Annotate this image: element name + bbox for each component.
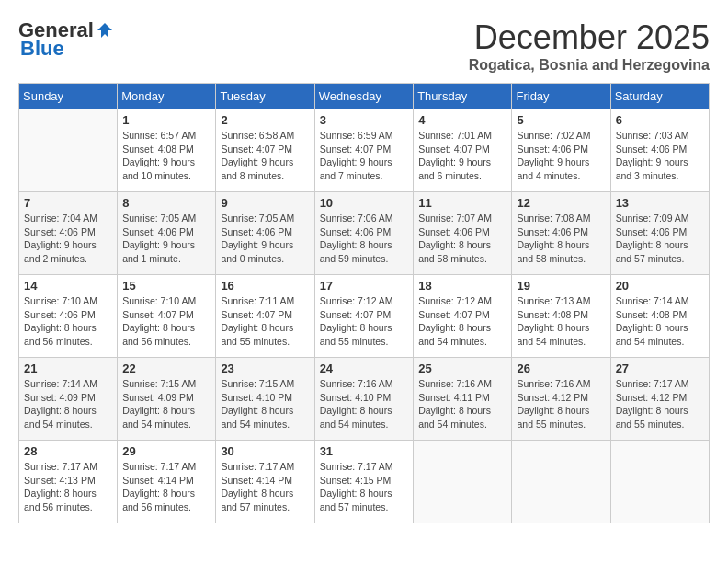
table-row: 25Sunrise: 7:16 AM Sunset: 4:11 PM Dayli…: [414, 358, 512, 441]
day-info: Sunrise: 7:13 AM Sunset: 4:08 PM Dayligh…: [517, 294, 605, 349]
day-number: 18: [418, 279, 506, 293]
day-info: Sunrise: 6:58 AM Sunset: 4:07 PM Dayligh…: [221, 129, 309, 183]
day-info: Sunrise: 6:57 AM Sunset: 4:08 PM Dayligh…: [122, 129, 210, 183]
table-row: 4Sunrise: 7:01 AM Sunset: 4:07 PM Daylig…: [414, 109, 512, 192]
day-info: Sunrise: 7:14 AM Sunset: 4:08 PM Dayligh…: [616, 294, 704, 349]
table-row: 29Sunrise: 7:17 AM Sunset: 4:14 PM Dayli…: [118, 441, 216, 523]
col-sunday: Sunday: [19, 84, 118, 109]
table-row: 12Sunrise: 7:08 AM Sunset: 4:06 PM Dayli…: [512, 192, 610, 275]
logo-icon: [96, 21, 114, 40]
location-subtitle: Rogatica, Bosnia and Herzegovina: [469, 57, 710, 74]
table-row: 1Sunrise: 6:57 AM Sunset: 4:08 PM Daylig…: [118, 109, 216, 192]
table-row: [610, 441, 709, 523]
day-number: 2: [221, 113, 309, 127]
col-friday: Friday: [512, 84, 610, 109]
table-row: 5Sunrise: 7:02 AM Sunset: 4:06 PM Daylig…: [512, 109, 610, 192]
day-number: 8: [122, 196, 210, 210]
calendar-week-row: 14Sunrise: 7:10 AM Sunset: 4:06 PM Dayli…: [19, 275, 710, 358]
day-number: 3: [320, 113, 409, 127]
calendar-week-row: 7Sunrise: 7:04 AM Sunset: 4:06 PM Daylig…: [19, 192, 710, 275]
day-number: 14: [24, 279, 112, 293]
logo-blue-text: Blue: [20, 37, 64, 61]
table-row: 28Sunrise: 7:17 AM Sunset: 4:13 PM Dayli…: [19, 441, 118, 523]
day-info: Sunrise: 7:16 AM Sunset: 4:12 PM Dayligh…: [517, 377, 605, 431]
day-number: 17: [320, 279, 409, 293]
day-number: 11: [418, 196, 506, 210]
table-row: 11Sunrise: 7:07 AM Sunset: 4:06 PM Dayli…: [414, 192, 512, 275]
day-info: Sunrise: 7:06 AM Sunset: 4:06 PM Dayligh…: [320, 212, 409, 266]
day-number: 29: [122, 444, 210, 458]
day-info: Sunrise: 7:15 AM Sunset: 4:10 PM Dayligh…: [221, 377, 309, 431]
day-info: Sunrise: 7:05 AM Sunset: 4:06 PM Dayligh…: [122, 212, 210, 266]
table-row: 6Sunrise: 7:03 AM Sunset: 4:06 PM Daylig…: [610, 109, 709, 192]
day-info: Sunrise: 7:14 AM Sunset: 4:09 PM Dayligh…: [24, 377, 112, 431]
logo: General Blue: [18, 18, 114, 61]
day-number: 13: [616, 196, 704, 210]
table-row: 20Sunrise: 7:14 AM Sunset: 4:08 PM Dayli…: [610, 275, 709, 358]
table-row: 8Sunrise: 7:05 AM Sunset: 4:06 PM Daylig…: [118, 192, 216, 275]
col-tuesday: Tuesday: [216, 84, 314, 109]
col-monday: Monday: [118, 84, 216, 109]
col-wednesday: Wednesday: [314, 84, 414, 109]
svg-marker-0: [97, 23, 112, 38]
table-row: 2Sunrise: 6:58 AM Sunset: 4:07 PM Daylig…: [216, 109, 314, 192]
day-number: 22: [122, 362, 210, 375]
day-info: Sunrise: 7:16 AM Sunset: 4:11 PM Dayligh…: [418, 377, 506, 431]
day-number: 9: [221, 196, 309, 210]
day-info: Sunrise: 7:08 AM Sunset: 4:06 PM Dayligh…: [517, 212, 605, 266]
calendar-week-row: 28Sunrise: 7:17 AM Sunset: 4:13 PM Dayli…: [19, 441, 710, 523]
day-info: Sunrise: 7:09 AM Sunset: 4:06 PM Dayligh…: [616, 212, 704, 266]
table-row: 30Sunrise: 7:17 AM Sunset: 4:14 PM Dayli…: [216, 441, 314, 523]
table-row: 17Sunrise: 7:12 AM Sunset: 4:07 PM Dayli…: [314, 275, 414, 358]
day-info: Sunrise: 7:17 AM Sunset: 4:15 PM Dayligh…: [320, 460, 409, 514]
calendar-header-row: Sunday Monday Tuesday Wednesday Thursday…: [19, 84, 710, 109]
day-info: Sunrise: 7:02 AM Sunset: 4:06 PM Dayligh…: [517, 129, 605, 183]
day-number: 5: [517, 113, 605, 127]
calendar-table: Sunday Monday Tuesday Wednesday Thursday…: [18, 83, 710, 523]
day-number: 26: [517, 362, 605, 375]
table-row: 10Sunrise: 7:06 AM Sunset: 4:06 PM Dayli…: [314, 192, 414, 275]
table-row: 23Sunrise: 7:15 AM Sunset: 4:10 PM Dayli…: [216, 358, 314, 441]
day-number: 30: [221, 444, 309, 458]
table-row: 26Sunrise: 7:16 AM Sunset: 4:12 PM Dayli…: [512, 358, 610, 441]
page-header: General Blue December 2025 Rogatica, Bos…: [18, 18, 710, 74]
day-number: 1: [122, 113, 210, 127]
table-row: 3Sunrise: 6:59 AM Sunset: 4:07 PM Daylig…: [314, 109, 414, 192]
table-row: 24Sunrise: 7:16 AM Sunset: 4:10 PM Dayli…: [314, 358, 414, 441]
day-number: 23: [221, 362, 309, 375]
day-info: Sunrise: 7:10 AM Sunset: 4:06 PM Dayligh…: [24, 294, 112, 349]
day-number: 25: [418, 362, 506, 375]
day-number: 31: [320, 444, 409, 458]
table-row: 14Sunrise: 7:10 AM Sunset: 4:06 PM Dayli…: [19, 275, 118, 358]
day-info: Sunrise: 6:59 AM Sunset: 4:07 PM Dayligh…: [320, 129, 409, 183]
day-number: 24: [320, 362, 409, 375]
day-info: Sunrise: 7:17 AM Sunset: 4:13 PM Dayligh…: [24, 460, 112, 514]
table-row: 19Sunrise: 7:13 AM Sunset: 4:08 PM Dayli…: [512, 275, 610, 358]
day-number: 28: [24, 444, 112, 458]
day-number: 19: [517, 279, 605, 293]
table-row: 22Sunrise: 7:15 AM Sunset: 4:09 PM Dayli…: [118, 358, 216, 441]
col-saturday: Saturday: [610, 84, 709, 109]
day-info: Sunrise: 7:03 AM Sunset: 4:06 PM Dayligh…: [616, 129, 704, 183]
day-number: 7: [24, 196, 112, 210]
table-row: 9Sunrise: 7:05 AM Sunset: 4:06 PM Daylig…: [216, 192, 314, 275]
month-title: December 2025: [469, 18, 710, 57]
table-row: 7Sunrise: 7:04 AM Sunset: 4:06 PM Daylig…: [19, 192, 118, 275]
day-number: 21: [24, 362, 112, 375]
table-row: 31Sunrise: 7:17 AM Sunset: 4:15 PM Dayli…: [314, 441, 414, 523]
day-number: 10: [320, 196, 409, 210]
title-section: December 2025 Rogatica, Bosnia and Herze…: [469, 18, 710, 74]
day-info: Sunrise: 7:12 AM Sunset: 4:07 PM Dayligh…: [418, 294, 506, 349]
table-row: 27Sunrise: 7:17 AM Sunset: 4:12 PM Dayli…: [610, 358, 709, 441]
day-number: 16: [221, 279, 309, 293]
calendar-week-row: 1Sunrise: 6:57 AM Sunset: 4:08 PM Daylig…: [19, 109, 710, 192]
day-number: 20: [616, 279, 704, 293]
table-row: [512, 441, 610, 523]
table-row: [19, 109, 118, 192]
day-info: Sunrise: 7:11 AM Sunset: 4:07 PM Dayligh…: [221, 294, 309, 349]
day-info: Sunrise: 7:17 AM Sunset: 4:12 PM Dayligh…: [616, 377, 704, 431]
day-number: 27: [616, 362, 704, 375]
day-info: Sunrise: 7:01 AM Sunset: 4:07 PM Dayligh…: [418, 129, 506, 183]
day-info: Sunrise: 7:17 AM Sunset: 4:14 PM Dayligh…: [122, 460, 210, 514]
day-info: Sunrise: 7:15 AM Sunset: 4:09 PM Dayligh…: [122, 377, 210, 431]
